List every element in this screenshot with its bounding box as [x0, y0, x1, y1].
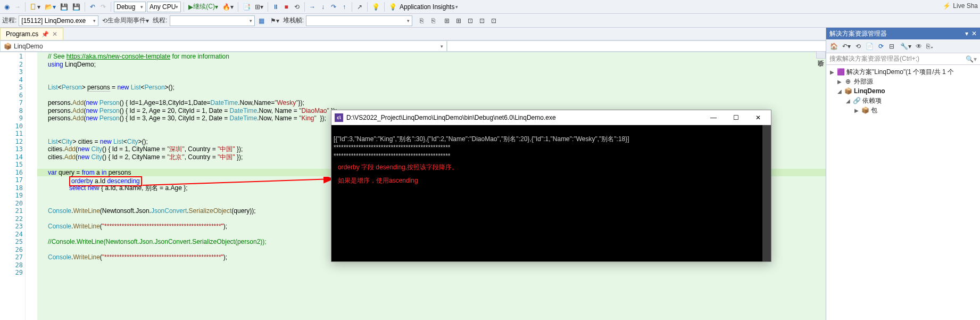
console-window[interactable]: c\ D:\VS2022_Project\LinqDemo\LinqDemo\b… — [331, 110, 771, 262]
solution-explorer-title: 解决方案资源管理器 — [829, 29, 887, 38]
stop-button[interactable]: ■ — [281, 2, 291, 12]
solution-tree[interactable]: ▶🟪 解决方案"LinqDemo"(1 个项目/共 1 个 ▶⊕ 外部源 ◢📦 … — [826, 65, 980, 320]
line-number: 24 — [15, 231, 23, 238]
config-dropdown[interactable]: Debug▾ — [114, 2, 146, 12]
thread-dropdown[interactable]: ▾ — [170, 15, 255, 26]
nav-project-dropdown[interactable]: 📦 LinqDemo ▾ — [0, 40, 447, 52]
line-number: 4 — [19, 76, 23, 84]
thread-label: 线程: — [153, 16, 167, 25]
tree-external[interactable]: ▶⊕ 外部源 — [827, 77, 979, 86]
toolbox-button[interactable]: 📑 — [241, 2, 252, 12]
dbg-7[interactable]: ⊡ — [489, 15, 499, 26]
dbg-5[interactable]: ⊡ — [466, 15, 475, 26]
pause-button[interactable]: ⏸ — [271, 2, 280, 12]
svg-rect-0 — [31, 4, 35, 9]
nav-project-value: LinqDemo — [14, 43, 43, 50]
save-all-button[interactable]: 💾 — [71, 2, 82, 12]
sol-showall-button[interactable]: 📄 — [864, 41, 875, 52]
panel-dropdown-icon[interactable]: ▾ — [965, 30, 968, 37]
line-number: 11 — [15, 130, 23, 137]
hot-reload-button[interactable]: 🔥▾ — [221, 2, 235, 12]
restart-button[interactable]: ⟲ — [292, 2, 302, 12]
new-file-button[interactable]: ▾ — [28, 2, 42, 12]
console-output[interactable]: [{"Id":3,"Name":"King","别名":30},{"Id":2,… — [331, 125, 762, 261]
nav-fwd-button[interactable]: → — [13, 2, 22, 12]
process-dropdown[interactable]: [15112] LinqDemo.exe▾ — [19, 15, 98, 26]
process-label: 进程: — [2, 16, 16, 25]
continue-button[interactable]: ▶ 继续(C) ▾ — [187, 2, 220, 12]
sol-sync-button[interactable]: ⟲ — [853, 41, 863, 52]
minimize-button[interactable]: — — [704, 111, 723, 124]
stackframe-dropdown[interactable]: ▾ — [306, 15, 412, 26]
close-icon[interactable]: ✕ — [52, 30, 57, 38]
line-number: 3 — [19, 68, 23, 76]
tree-pkg[interactable]: ▶📦 包 — [827, 105, 979, 115]
sol-home-button[interactable]: 🏠 — [828, 41, 840, 52]
line-number: 25 — [15, 238, 23, 245]
tree-pkg-label: 包 — [871, 106, 877, 115]
line-number-gutter: 1234567891011121314151617181920212223242… — [0, 52, 26, 320]
live-share-button[interactable]: ⚡Live Sha — [943, 2, 978, 10]
tab-program-cs[interactable]: Program.cs 📌 ✕ — [0, 28, 63, 40]
line-number: 15 — [15, 161, 23, 168]
extensions-button[interactable]: ⊞▾ — [253, 2, 265, 12]
sol-refresh-button[interactable]: ⟳ — [876, 41, 886, 52]
line-number: 5 — [19, 84, 23, 91]
misc1-button[interactable]: ↗ — [355, 2, 364, 12]
open-button[interactable]: 📂▾ — [43, 2, 57, 12]
app-insights-icon: 💡 — [387, 2, 398, 12]
nav-back-button[interactable]: ◉ — [2, 2, 12, 12]
app-insights-label[interactable]: Application Insights — [400, 3, 454, 11]
step-out-button[interactable]: ↑ — [339, 2, 349, 12]
solution-icon: 🟪 — [837, 68, 844, 76]
panel-close-icon[interactable]: ✕ — [971, 30, 977, 37]
dbg-6[interactable]: ⊡ — [477, 15, 487, 26]
sol-properties-button[interactable]: 🔧▾ — [899, 41, 913, 52]
line-number: 18 — [15, 184, 23, 192]
intellicode-button[interactable]: 💡 — [370, 2, 381, 12]
dbg-4[interactable]: ⊞ — [454, 15, 463, 26]
line-number: 22 — [15, 215, 23, 223]
line-number: 19 — [15, 192, 23, 199]
dbg-1[interactable]: ⎘ — [417, 15, 426, 26]
undo-button[interactable]: ↶ — [88, 2, 97, 12]
sol-preview-button[interactable]: 👁 — [914, 41, 924, 52]
threads-button[interactable]: ▦ — [257, 15, 267, 26]
sol-nest-button[interactable]: ⎘▾ — [925, 41, 935, 52]
lifecycle-button[interactable]: ⟲ 生命周期事件 ▾ — [101, 15, 151, 26]
project-icon: 📦 — [844, 87, 852, 95]
sol-back-button[interactable]: ↶▾ — [841, 41, 852, 52]
tree-deps[interactable]: ◢🔗 依赖项 — [827, 96, 979, 105]
save-button[interactable]: 💾 — [59, 2, 70, 12]
console-line-2: ****************************************… — [334, 144, 451, 151]
dbg-3[interactable]: ⊞ — [442, 15, 452, 26]
platform-dropdown[interactable]: Any CPU▾ — [147, 2, 181, 12]
dbg-2[interactable]: ⎘ — [428, 15, 438, 26]
solution-explorer-header[interactable]: 解决方案资源管理器 ▾ ✕ — [826, 28, 980, 39]
diagnostics-vertical-tab[interactable]: 诊断 — [816, 51, 826, 59]
tree-solution-root[interactable]: ▶🟪 解决方案"LinqDemo"(1 个项目/共 1 个 — [827, 67, 979, 77]
external-icon: ⊕ — [844, 78, 852, 85]
flag-button[interactable]: ⚑▾ — [269, 15, 281, 26]
step-into-button[interactable]: ↓ — [318, 2, 328, 12]
show-next-statement-button[interactable]: → — [308, 2, 317, 12]
console-scrollbar[interactable] — [762, 125, 771, 261]
maximize-button[interactable]: ☐ — [726, 111, 745, 124]
step-over-button[interactable]: ↷ — [329, 2, 338, 12]
pin-icon[interactable]: 📌 — [41, 31, 49, 38]
close-button[interactable]: ✕ — [749, 111, 768, 124]
solution-search-input[interactable]: 搜索解决方案资源管理器(Ctrl+;) 🔍▾ — [826, 53, 980, 65]
breakpoint-margin[interactable] — [26, 52, 37, 320]
line-number: 28 — [15, 261, 23, 269]
line-number: 23 — [15, 223, 23, 230]
sol-collapse-button[interactable]: ⊟ — [887, 41, 896, 52]
line-number: 6 — [19, 92, 23, 99]
tree-project[interactable]: ◢📦 LinqDemo — [827, 86, 979, 96]
stackframe-label: 堆栈帧: — [283, 16, 304, 25]
console-titlebar[interactable]: c\ D:\VS2022_Project\LinqDemo\LinqDemo\b… — [331, 110, 771, 125]
line-number: 9 — [19, 114, 23, 122]
line-number: 13 — [15, 145, 23, 153]
redo-button[interactable]: ↷ — [98, 2, 108, 12]
line-number: 7 — [19, 99, 23, 106]
line-number: 17 — [15, 176, 23, 184]
